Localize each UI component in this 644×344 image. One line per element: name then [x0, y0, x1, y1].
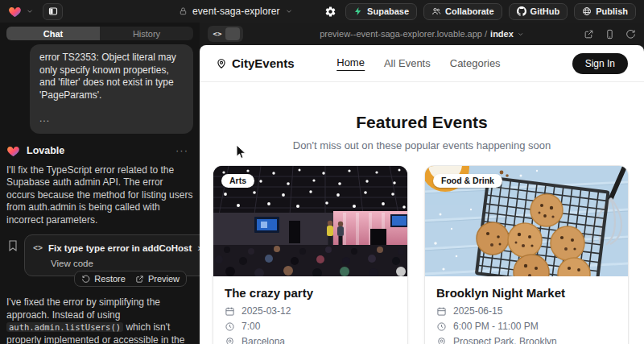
- url-chevron-down-icon: [517, 31, 524, 38]
- clock-icon: [225, 321, 235, 332]
- preview-url-page: index: [490, 29, 514, 39]
- project-name: event-saga-explorer: [192, 6, 280, 17]
- preview-url-bar[interactable]: preview--event-saga-explorer.lovable.app…: [320, 29, 524, 39]
- sign-in-button[interactable]: Sign In: [572, 53, 628, 74]
- event-date: 2025-06-15: [453, 305, 502, 317]
- publish-button[interactable]: Publish: [574, 3, 636, 20]
- preview-panel: <> preview--event-saga-explorer.lovable.…: [200, 23, 644, 344]
- event-title: The crazy party: [225, 286, 396, 300]
- cookie: [530, 194, 563, 226]
- globe-icon: [582, 6, 592, 16]
- event-badge: Arts: [221, 174, 254, 188]
- settings-button[interactable]: [321, 2, 339, 20]
- sidebar-panel-icon: [48, 6, 58, 16]
- cookie: [508, 223, 542, 257]
- site-nav: Home All Events Categories: [336, 56, 500, 71]
- featured-events-section: Featured Events Don't miss out on these …: [200, 82, 644, 151]
- preview-url-base: preview--event-saga-explorer.lovable.app…: [320, 29, 487, 39]
- chat-history-tabs: Chat History: [6, 27, 193, 40]
- event-time: 6:00 PM - 11:00 PM: [453, 321, 539, 332]
- project-switcher[interactable]: event-saga-explorer: [179, 0, 293, 23]
- lock-icon: [179, 6, 188, 16]
- external-link-icon: [135, 275, 144, 284]
- collaborate-button-label: Collaborate: [445, 6, 494, 16]
- event-card-body: The crazy party 2025-03-12 7:00: [213, 276, 407, 344]
- code-preview-toggle[interactable]: <>: [208, 26, 243, 42]
- event-time: 7:00: [242, 321, 260, 332]
- publish-button-label: Publish: [596, 6, 628, 16]
- toggle-sidebar-button[interactable]: [43, 3, 63, 20]
- tab-chat[interactable]: Chat: [6, 27, 100, 40]
- event-title: Brooklyn Night Market: [436, 286, 617, 300]
- nav-categories[interactable]: Categories: [450, 57, 501, 69]
- supabase-button-label: Supabase: [367, 6, 409, 16]
- github-button[interactable]: GitHub: [509, 3, 568, 20]
- code-toggle-icon: <>: [209, 30, 225, 38]
- toggle-knob: [225, 27, 240, 40]
- map-pin-icon: [225, 337, 235, 344]
- user-message-text: error TS2353: Object literal may only sp…: [39, 52, 184, 102]
- event-location-row: Prospect Park, Brooklyn: [436, 336, 617, 344]
- assistant-name: Lovable: [27, 145, 64, 156]
- refresh-icon[interactable]: [625, 29, 636, 39]
- code-change-title: Fix type type error in addCoHost: [48, 243, 192, 253]
- open-in-new-tab-icon[interactable]: [584, 29, 594, 39]
- site-brand-label: CityEvents: [232, 56, 295, 70]
- event-card-crazy-party[interactable]: Arts The crazy party 2025-03-12 7:00: [213, 165, 408, 344]
- preview-button-label: Preview: [148, 274, 180, 284]
- event-time-row: 7:00: [225, 321, 396, 332]
- event-image-conference: Arts: [213, 166, 407, 276]
- message-action-bar: Restore Preview: [74, 271, 187, 287]
- event-card-brooklyn-market[interactable]: Food & Drink Brooklyn Night Market 2025-…: [424, 165, 629, 344]
- event-date: 2025-03-12: [242, 305, 291, 317]
- event-time-row: 6:00 PM - 11:00 PM: [436, 321, 617, 332]
- site-brand[interactable]: CityEvents: [216, 56, 295, 70]
- nav-all-events[interactable]: All Events: [384, 57, 431, 69]
- view-code-link[interactable]: View code: [33, 259, 200, 268]
- assistant-message-header: Lovable ···: [6, 144, 193, 157]
- event-date-row: 2025-06-15: [436, 305, 617, 317]
- message-action-bar-wrap: Restore Preview: [6, 271, 187, 287]
- site-header: CityEvents Home All Events Categories Si…: [200, 45, 644, 82]
- supabase-button[interactable]: Supabase: [345, 3, 417, 20]
- calendar-icon: [225, 306, 235, 317]
- map-pin-icon: [436, 337, 447, 344]
- user-message-truncation-ellipsis: ...: [39, 113, 184, 126]
- bookmark-icon[interactable]: [6, 239, 19, 252]
- workspace-chevron-down-icon[interactable]: [26, 7, 34, 15]
- preview-topbar: <> preview--event-saga-explorer.lovable.…: [200, 23, 644, 45]
- assistant-intro-message: I'll fix the TypeScript error related to…: [6, 164, 193, 227]
- restore-button[interactable]: Restore: [81, 274, 126, 284]
- supabase-bolt-icon: [353, 6, 363, 16]
- topbar-left-group: [8, 3, 63, 20]
- outro-text-1: I've fixed the error by simplifying the …: [6, 296, 160, 321]
- chat-panel: Chat History error TS2353: Object litera…: [0, 23, 200, 344]
- event-location: Barcelona: [242, 336, 285, 344]
- collaborate-button[interactable]: Collaborate: [423, 3, 502, 20]
- restore-history-icon: [81, 275, 90, 284]
- cookie: [551, 226, 584, 260]
- code-icon: <>: [33, 243, 43, 252]
- cookie: [477, 222, 509, 255]
- user-message-bubble: error TS2353: Object literal may only sp…: [30, 44, 193, 134]
- mobile-view-icon[interactable]: [605, 29, 615, 39]
- preview-button[interactable]: Preview: [135, 274, 180, 284]
- section-subtitle: Don't miss out on these popular events h…: [200, 139, 644, 151]
- message-more-menu[interactable]: ···: [175, 144, 188, 156]
- people-icon: [431, 6, 441, 16]
- event-image-cookies: Food & Drink: [425, 166, 628, 276]
- event-date-row: 2025-03-12: [225, 305, 396, 317]
- lovable-app-window: event-saga-explorer Supabase Collaborate: [0, 0, 644, 344]
- lovable-avatar-icon: [6, 144, 20, 157]
- nav-home[interactable]: Home: [336, 56, 365, 71]
- project-chevron-down-icon: [285, 7, 293, 15]
- event-card-body: Brooklyn Night Market 2025-06-15 6:00 PM…: [425, 276, 628, 344]
- top-bar: event-saga-explorer Supabase Collaborate: [0, 0, 644, 23]
- event-location: Prospect Park, Brooklyn: [453, 336, 557, 344]
- restore-button-label: Restore: [94, 274, 126, 284]
- map-pin-icon: [216, 58, 227, 69]
- tab-history[interactable]: History: [100, 27, 193, 40]
- lovable-logo-icon[interactable]: [8, 5, 22, 18]
- assistant-outro-message: I've fixed the error by simplifying the …: [6, 296, 193, 344]
- event-badge: Food & Drink: [433, 174, 502, 188]
